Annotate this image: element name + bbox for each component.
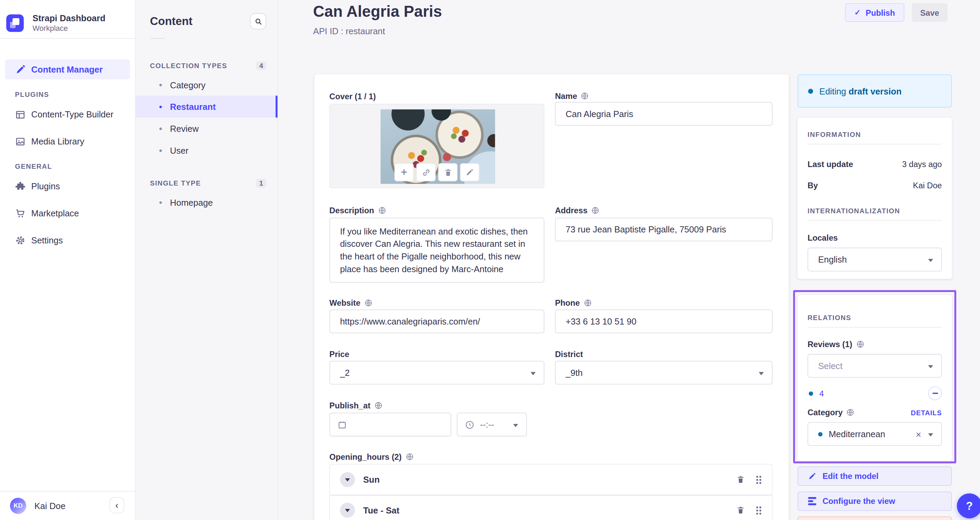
phone-input[interactable] xyxy=(555,309,773,333)
opening-hours-item-tue-sat[interactable]: Tue - Sat xyxy=(330,494,772,520)
category-select[interactable]: Mediterranean × xyxy=(808,422,942,446)
chevron-down-icon xyxy=(345,478,350,481)
image-icon xyxy=(15,136,25,147)
subnav-item-homepage[interactable]: Homepage xyxy=(135,191,277,213)
info-label: By xyxy=(808,181,818,190)
bullet-icon xyxy=(159,105,162,108)
remove-relation-button[interactable] xyxy=(928,386,942,400)
configure-view-button[interactable]: Configure the view xyxy=(798,491,952,511)
bullet-icon xyxy=(159,149,162,152)
category-header: Category DETAILS xyxy=(808,408,942,417)
district-select[interactable]: _9th xyxy=(555,361,773,384)
clock-icon xyxy=(465,420,474,429)
workspace-brand[interactable]: Strapi Dashboard Workplace xyxy=(0,0,135,38)
description-textarea[interactable]: If you like Mediterranean and exotic dis… xyxy=(329,218,544,283)
cover-dropzone[interactable]: + xyxy=(329,104,544,188)
group-single-type: SINGLE TYPE 1 xyxy=(150,179,266,188)
search-button[interactable] xyxy=(250,13,266,29)
trash-icon xyxy=(444,168,452,177)
copy-link-button[interactable] xyxy=(416,163,436,182)
trash-icon xyxy=(737,475,745,484)
description-label: Description xyxy=(329,206,386,215)
edit-asset-button[interactable] xyxy=(460,163,479,182)
link-icon xyxy=(422,168,430,177)
subnav-item-restaurant[interactable]: Restaurant xyxy=(135,96,277,117)
divider xyxy=(808,144,942,144)
subnav-item-label: Restaurant xyxy=(170,102,216,112)
price-label: Price xyxy=(329,349,349,359)
accordion-toggle-button[interactable] xyxy=(340,472,355,487)
divider xyxy=(0,38,135,39)
website-input[interactable] xyxy=(329,309,544,333)
time-value: --:-- xyxy=(480,420,494,430)
pen-icon xyxy=(15,64,25,75)
edit-model-label: Edit the model xyxy=(822,471,879,481)
reviews-label: Reviews (1) xyxy=(808,340,942,349)
opening-hours-item-label: Tue - Sat xyxy=(363,505,399,515)
brand-subtitle: Workplace xyxy=(32,24,105,33)
delete-entry-button[interactable] xyxy=(798,517,952,520)
drag-handle-icon[interactable] xyxy=(756,475,762,484)
chevron-down-icon xyxy=(928,433,933,437)
status-emphasis: draft version xyxy=(849,86,902,96)
delete-asset-button[interactable] xyxy=(438,163,458,182)
divider xyxy=(808,327,942,328)
address-label: Address xyxy=(555,206,600,215)
edit-model-button[interactable]: Edit the model xyxy=(798,467,952,486)
drag-handle-icon[interactable] xyxy=(756,506,762,515)
publish-at-time-input[interactable]: --:-- xyxy=(457,413,527,437)
price-select[interactable]: _2 xyxy=(329,361,544,384)
gear-icon xyxy=(15,235,25,246)
help-button[interactable]: ? xyxy=(957,493,980,518)
divider xyxy=(808,220,942,221)
subnav-item-user[interactable]: User xyxy=(135,139,277,161)
delete-component-button[interactable] xyxy=(737,475,745,484)
opening-hours-list: Sun Tue - Sat xyxy=(329,464,773,520)
delete-component-button[interactable] xyxy=(737,506,745,515)
save-button[interactable]: Save xyxy=(912,3,948,22)
main-nav: Strapi Dashboard Workplace Content Manag… xyxy=(0,0,135,520)
nav-item-content-type-builder[interactable]: Content-Type Builder xyxy=(5,104,130,124)
nav-item-settings[interactable]: Settings xyxy=(5,230,130,250)
add-asset-button[interactable]: + xyxy=(395,163,414,182)
globe-icon xyxy=(846,408,855,416)
publish-at-label: Publish_at xyxy=(329,401,383,410)
minus-icon xyxy=(932,392,937,394)
opening-hours-item-label: Sun xyxy=(363,474,379,484)
address-input[interactable] xyxy=(555,218,773,241)
strapi-logo-icon xyxy=(6,14,24,32)
opening-hours-item-sun[interactable]: Sun xyxy=(330,464,772,494)
collapse-sidebar-button[interactable]: ‹ xyxy=(110,497,124,513)
relation-bullet-icon xyxy=(809,391,813,396)
relation-link[interactable]: 4 xyxy=(819,389,824,398)
remove-category-icon[interactable]: × xyxy=(916,428,921,441)
nav-item-label: Media Library xyxy=(31,136,84,146)
district-value: _9th xyxy=(566,368,583,378)
draft-status-banner: Editing draft version xyxy=(798,74,952,107)
nav-item-media-library[interactable]: Media Library xyxy=(5,131,130,151)
cart-icon xyxy=(15,208,25,219)
publish-at-date-input[interactable] xyxy=(329,413,451,437)
count-badge: 1 xyxy=(256,179,266,188)
reviews-select[interactable]: Select xyxy=(808,354,942,378)
divider xyxy=(150,38,165,39)
nav-item-content-manager[interactable]: Content Manager xyxy=(5,59,130,80)
chevron-down-icon xyxy=(759,372,764,375)
publish-button[interactable]: ✓ Publish xyxy=(845,3,904,22)
relations-card: RELATIONS Reviews (1) Select 4 Category xyxy=(798,295,952,461)
pencil-icon xyxy=(466,168,474,176)
subnav-item-category[interactable]: Category xyxy=(135,74,277,96)
status-bullet-icon xyxy=(808,88,813,94)
opening-hours-label: Opening_hours (2) xyxy=(329,452,414,461)
user-menu[interactable]: KD Kai Doe xyxy=(10,498,65,514)
details-link[interactable]: DETAILS xyxy=(911,409,942,416)
group-label: COLLECTION TYPES xyxy=(150,62,227,70)
locale-select[interactable]: English xyxy=(808,247,942,271)
information-heading: INFORMATION xyxy=(808,131,942,138)
nav-item-marketplace[interactable]: Marketplace xyxy=(5,203,130,223)
subnav-item-review[interactable]: Review xyxy=(135,117,277,139)
accordion-toggle-button[interactable] xyxy=(340,503,355,518)
globe-icon xyxy=(584,299,592,307)
nav-item-plugins[interactable]: Plugins xyxy=(5,176,130,196)
name-input[interactable] xyxy=(555,102,773,126)
